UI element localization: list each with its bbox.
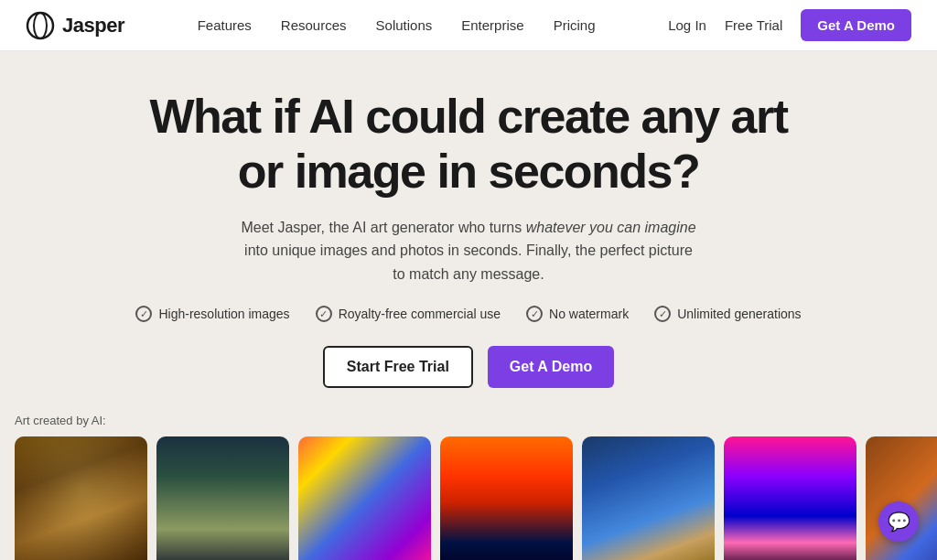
nav-links: Features Resources Solutions Enterprise … (198, 17, 596, 33)
check-icon-1 (135, 306, 152, 322)
gallery-label: Art created by AI: (15, 414, 937, 427)
gallery-item-2 (156, 436, 289, 560)
start-trial-button[interactable]: Start Free Trial (323, 346, 473, 388)
check-icon-2 (316, 306, 332, 322)
gallery-item-3 (298, 436, 431, 560)
feature-label-4: Unlimited generations (677, 307, 801, 321)
svg-point-0 (27, 13, 53, 38)
feature-high-res: High-resolution images (135, 306, 289, 322)
feature-label-1: High-resolution images (158, 307, 289, 321)
free-trial-nav-button[interactable]: Free Trial (725, 17, 782, 33)
chat-button[interactable]: 💬 (878, 501, 919, 542)
feature-label-2: Royalty-free commercial use (339, 307, 501, 321)
gallery-item-7 (866, 436, 937, 560)
login-button[interactable]: Log In (668, 17, 706, 33)
gallery-section: Art created by AI: (0, 414, 937, 560)
check-icon-3 (526, 306, 543, 322)
check-icon-4 (654, 306, 671, 322)
nav-features[interactable]: Features (198, 17, 252, 33)
hero-subtitle-end: into unique images and photos in seconds… (244, 242, 693, 282)
nav-resources[interactable]: Resources (281, 17, 347, 33)
gallery-item-6 (724, 436, 856, 560)
nav-pricing[interactable]: Pricing (554, 17, 596, 33)
hero-subtitle-italic: whatever you can imagine (526, 220, 696, 235)
chat-bubble-icon: 💬 (888, 511, 910, 533)
get-demo-nav-button[interactable]: Get A Demo (801, 9, 911, 41)
navbar: Jasper Features Resources Solutions Ente… (0, 0, 937, 51)
hero-title: What if AI could create any art or image… (125, 90, 812, 199)
jasper-logo-icon (26, 11, 55, 40)
feature-no-watermark: No watermark (526, 306, 629, 322)
svg-point-1 (34, 13, 47, 38)
nav-solutions[interactable]: Solutions (376, 17, 433, 33)
feature-label-3: No watermark (549, 307, 629, 321)
hero-subtitle: Meet Jasper, the AI art generator who tu… (240, 216, 697, 286)
gallery-item-1 (15, 436, 147, 560)
feature-royalty-free: Royalty-free commercial use (316, 306, 501, 322)
hero-subtitle-plain: Meet Jasper, the AI art generator who tu… (241, 220, 525, 235)
cta-row: Start Free Trial Get A Demo (323, 346, 614, 388)
gallery-item-5 (582, 436, 715, 560)
feature-unlimited-gen: Unlimited generations (654, 306, 801, 322)
get-demo-hero-button[interactable]: Get A Demo (488, 346, 614, 388)
nav-enterprise[interactable]: Enterprise (461, 17, 523, 33)
gallery-item-4 (440, 436, 573, 560)
brand-name: Jasper (62, 14, 124, 38)
logo-area: Jasper (26, 11, 124, 40)
hero-section: What if AI could create any art or image… (0, 51, 937, 388)
gallery-row (15, 436, 937, 560)
features-row: High-resolution images Royalty-free comm… (135, 306, 801, 322)
navbar-actions: Log In Free Trial Get A Demo (668, 9, 911, 41)
